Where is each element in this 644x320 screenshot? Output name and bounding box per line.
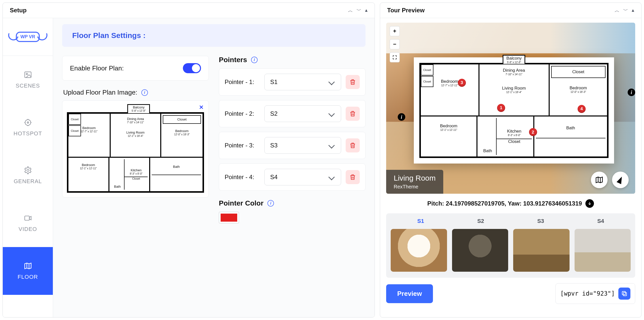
floorplan-image[interactable]: Balcony 5'-8" x 12'-8" Closet Closet Bed… <box>67 112 204 193</box>
zoom-in-button[interactable]: + <box>390 26 400 36</box>
chevron-down-icon[interactable]: ﹀ <box>623 7 628 14</box>
room-dim: 8'-3" x 8'-0" <box>125 172 148 175</box>
room-label: Balcony <box>133 106 144 109</box>
preview-footer: Preview [wpvr id="923"] <box>386 283 635 304</box>
pointer-label: Pointer - 1: <box>225 78 260 86</box>
svg-point-1 <box>26 73 27 75</box>
room-dim: 12'-1" x 18'-4" <box>112 135 159 138</box>
copy-shortcode-button[interactable] <box>618 288 630 300</box>
trash-icon <box>349 142 356 149</box>
pointer-select-4[interactable]: S4 <box>264 169 341 185</box>
preview-button[interactable]: Preview <box>386 284 433 303</box>
pointer-row-2: Pointer - 2: S2 <box>219 100 366 127</box>
pointer-value: S4 <box>270 174 277 181</box>
scene-badge: Living Room RexTheme <box>386 170 443 194</box>
coordinates-text: Pitch: 24.197098527019705, Yaw: 103.9127… <box>427 200 582 207</box>
shortcode-text: [wpvr id="923"] <box>560 290 615 297</box>
caret-up-icon[interactable]: ▴ <box>632 7 634 14</box>
pointer-label: Pointer - 2: <box>225 110 260 117</box>
pointer-delete-4[interactable] <box>346 170 360 184</box>
sidebar-item-scenes[interactable]: SCENES <box>3 56 53 104</box>
chevron-up-icon[interactable]: ︿ <box>615 7 620 14</box>
floorplan-toggle-button[interactable] <box>591 172 608 188</box>
pointer-delete-3[interactable] <box>346 138 360 152</box>
room-dim: 12'-0" x 18'-3" <box>163 133 201 136</box>
sidebar-item-hotspot[interactable]: HOTSPOT <box>3 104 53 151</box>
scene-tabs: S1 S2 S3 S4 <box>391 218 631 227</box>
hotspot-info-left[interactable]: i <box>398 113 405 121</box>
enable-floorplan-card: Enable Floor Plan: <box>62 56 209 81</box>
sidebar-item-label: SCENES <box>16 83 40 89</box>
room-label: Bath <box>152 159 201 175</box>
room-label: Balcony <box>506 56 521 61</box>
info-icon[interactable]: i <box>267 200 274 207</box>
pointer-delete-1[interactable] <box>346 75 360 89</box>
floorplan-pin[interactable]: 2 <box>529 128 537 136</box>
fullscreen-icon <box>392 55 397 60</box>
caret-up-icon[interactable]: ▴ <box>365 7 368 14</box>
floorplan-overlay[interactable]: Balcony 5'-8" x 12'-8" Closet Closet Bed… <box>414 57 614 164</box>
arrow-down-icon <box>587 201 592 206</box>
scene-thumb-s1[interactable] <box>391 229 447 272</box>
hotspot-info-right[interactable]: i <box>628 89 635 96</box>
svg-point-2 <box>25 119 31 125</box>
trash-icon <box>349 78 356 86</box>
pointer-select-2[interactable]: S2 <box>264 105 341 122</box>
room-dim: 12'-1" x 12'-11" <box>70 167 107 170</box>
scene-thumb-s2[interactable] <box>452 229 508 272</box>
floorplan-pin[interactable]: 4 <box>578 105 586 113</box>
scene-author: RexTheme <box>394 184 436 190</box>
room-label: Living Room <box>112 131 159 135</box>
room-dim: 12'-1" x 12'-11" <box>422 129 475 132</box>
scene-tab-s2[interactable]: S2 <box>451 218 511 227</box>
video-icon <box>24 214 32 222</box>
pointer-row-1: Pointer - 1: S1 <box>219 68 366 96</box>
svg-point-4 <box>27 169 29 171</box>
setup-panel: Setup ︿ ﹀ ▴ WP VR SCENES HOTSPOT GENERAL <box>3 3 375 317</box>
room-label: Closet <box>421 76 433 87</box>
scene-thumb-s4[interactable] <box>575 229 631 272</box>
zoom-out-button[interactable]: − <box>390 39 400 49</box>
floorplan-pin[interactable]: 1 <box>497 104 505 112</box>
pointer-select-1[interactable]: S1 <box>264 74 341 90</box>
sidebar-item-label: HOTSPOT <box>14 130 42 137</box>
room-dim: 7'-10" x 14'-11" <box>481 73 547 76</box>
room-label: Closet <box>68 125 81 136</box>
compass-button[interactable] <box>612 172 629 188</box>
panorama-viewer[interactable]: + − i i Balcony 5'-8" x 12'-8" Closet <box>386 23 635 194</box>
info-icon[interactable]: i <box>141 89 148 96</box>
room-label: Closet <box>68 114 81 125</box>
pointer-select-3[interactable]: S3 <box>264 137 341 154</box>
room-label: Bath <box>111 159 125 190</box>
pointer-color-picker[interactable] <box>219 212 239 223</box>
pointer-color-swatch <box>221 214 237 222</box>
sidebar-item-floor[interactable]: FLOOR <box>3 247 53 295</box>
map-icon <box>595 176 603 184</box>
floorplan-image-card: ✕ Balcony 5'-8" x 12'-8" Closet Closet <box>62 100 209 197</box>
sidebar-item-general[interactable]: GENERAL <box>3 151 53 199</box>
pointer-value: S3 <box>270 142 277 149</box>
remove-image-icon[interactable]: ✕ <box>199 104 204 111</box>
scene-tab-s4[interactable]: S4 <box>571 218 631 227</box>
info-icon[interactable]: i <box>251 57 258 63</box>
trash-icon <box>349 174 356 181</box>
chevron-down-icon[interactable]: ﹀ <box>356 7 361 14</box>
room-label: Bedroom <box>422 124 475 129</box>
scene-thumb-s3[interactable] <box>513 229 570 272</box>
room-dim: 7'-10" x 14'-11" <box>112 121 159 124</box>
scene-tab-s3[interactable]: S3 <box>511 218 571 227</box>
sidebar-item-video[interactable]: VIDEO <box>3 199 53 247</box>
svg-rect-5 <box>25 216 29 220</box>
fullscreen-button[interactable] <box>390 52 400 62</box>
pointer-delete-2[interactable] <box>346 107 360 121</box>
scene-thumbnails: S1 S2 S3 S4 <box>386 213 635 278</box>
chevron-up-icon[interactable]: ︿ <box>348 7 353 14</box>
enable-floorplan-toggle[interactable] <box>183 63 201 73</box>
room-dim: 5'-8" x 12'-8" <box>507 61 521 64</box>
scene-tab-s1[interactable]: S1 <box>391 218 451 227</box>
chevron-down-icon <box>328 142 335 148</box>
enable-floorplan-label: Enable Floor Plan: <box>70 64 124 72</box>
floorplan-pin[interactable]: 3 <box>458 79 466 87</box>
room-dim: 12'-1" x 18'-4" <box>481 91 547 94</box>
apply-coords-button[interactable] <box>585 199 594 208</box>
